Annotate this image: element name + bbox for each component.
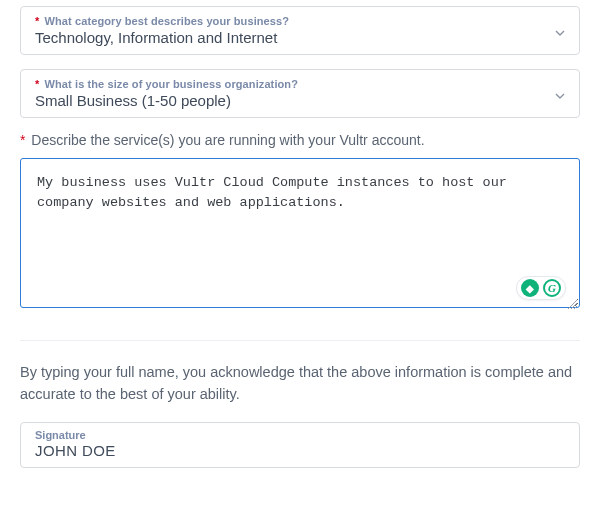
required-asterisk: * (20, 132, 25, 148)
acknowledgment-text: By typing your full name, you acknowledg… (20, 361, 580, 406)
signature-label: Signature (35, 429, 565, 441)
signature-value: JOHN DOE (35, 442, 565, 459)
business-size-select[interactable]: * What is the size of your business orga… (20, 69, 580, 118)
chevron-down-icon (555, 22, 565, 40)
section-divider (20, 340, 580, 341)
business-category-select[interactable]: * What category best describes your busi… (20, 6, 580, 55)
lightbulb-icon: ◆ (521, 279, 539, 297)
signature-input[interactable]: Signature JOHN DOE (20, 422, 580, 468)
grammarly-widget[interactable]: ◆ G (516, 276, 566, 300)
required-asterisk: * (35, 15, 39, 27)
services-textarea[interactable] (20, 158, 580, 308)
grammarly-icon: G (543, 279, 561, 297)
business-size-label: * What is the size of your business orga… (35, 78, 565, 90)
chevron-down-icon (555, 85, 565, 103)
business-size-value: Small Business (1-50 people) (35, 92, 565, 109)
required-asterisk: * (35, 78, 39, 90)
business-category-value: Technology, Information and Internet (35, 29, 565, 46)
resize-handle-icon[interactable] (565, 297, 577, 309)
business-category-label: * What category best describes your busi… (35, 15, 565, 27)
services-label: * Describe the service(s) you are runnin… (20, 132, 580, 148)
